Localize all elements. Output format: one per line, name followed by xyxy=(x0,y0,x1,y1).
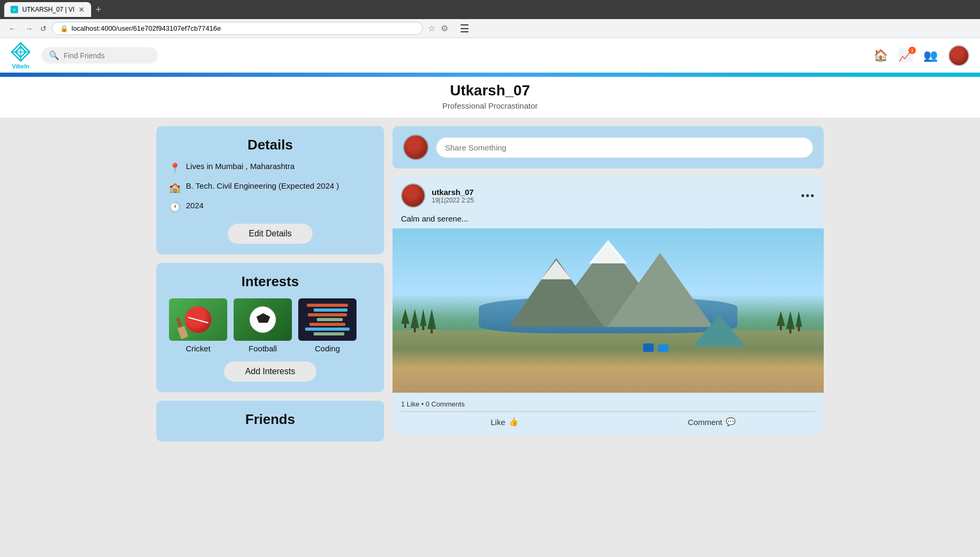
post-card: utkarsh_07 19|1|2022 2:25 ••• Calm and s… xyxy=(393,177,824,434)
home-button[interactable]: 🏠 xyxy=(874,49,888,63)
browser-tab[interactable]: V UTKARSH_07 | VI ✕ xyxy=(4,2,91,17)
code-line-1 xyxy=(307,304,348,307)
interests-title: Interests xyxy=(169,273,371,290)
url-field[interactable]: 🔒 xyxy=(52,22,423,35)
snow-cap-center xyxy=(589,240,627,263)
chair-1 xyxy=(643,343,654,352)
post-actions: Like 👍 Comment 💬 xyxy=(401,412,815,432)
tree-6 xyxy=(786,311,795,329)
right-column: utkarsh_07 19|1|2022 2:25 ••• Calm and s… xyxy=(393,126,824,441)
like-label: Like xyxy=(491,418,505,427)
new-tab-button[interactable]: + xyxy=(95,4,101,15)
left-column: Details 📍 Lives in Mumbai , Maharashtra … xyxy=(156,126,384,441)
code-line-4 xyxy=(317,318,343,321)
football-ball-icon xyxy=(250,306,276,333)
profile-username: Utkarsh_07 xyxy=(0,82,980,99)
friends-card: Friends xyxy=(156,401,384,441)
tree-group-left xyxy=(401,309,436,333)
year-text: 2024 xyxy=(186,201,203,210)
bookmark-button[interactable]: ☆ xyxy=(428,23,435,33)
secure-icon: 🔒 xyxy=(60,24,68,32)
post-timestamp: 19|1|2022 2:25 xyxy=(432,197,795,204)
cricket-label: Cricket xyxy=(186,344,211,353)
education-icon: 🏫 xyxy=(169,182,181,193)
tree-5 xyxy=(777,311,785,326)
comment-icon: 💬 xyxy=(726,417,736,427)
notifications-button[interactable]: 📈 1 xyxy=(898,49,913,63)
interest-coding: Coding xyxy=(298,298,357,353)
share-input[interactable] xyxy=(436,137,813,158)
logo[interactable]: VibeIn xyxy=(11,42,31,69)
cricket-ball-icon xyxy=(185,306,211,333)
post-username: utkarsh_07 xyxy=(432,188,795,197)
url-input[interactable] xyxy=(72,24,415,32)
tree-7 xyxy=(796,311,802,327)
like-button[interactable]: Like 👍 xyxy=(401,412,608,432)
post-footer: 1 Like • 0 Comments Like 👍 Comment 💬 xyxy=(393,393,824,434)
tent-shadow xyxy=(693,315,746,347)
interest-cricket: Cricket xyxy=(169,298,227,353)
profile-header-area: Utkarsh_07 Professional Procrastinator xyxy=(0,73,980,118)
code-line-6 xyxy=(305,328,349,331)
coding-image xyxy=(298,298,357,341)
interests-grid: Cricket Football xyxy=(169,298,371,353)
share-box xyxy=(393,126,824,169)
search-bar: 🔍 xyxy=(41,47,158,64)
address-bar: ← → ↺ 🔒 ☆ ⚙ ☰ xyxy=(0,19,980,38)
forward-button[interactable]: → xyxy=(23,22,35,35)
logo-text: VibeIn xyxy=(12,63,30,69)
post-caption: Calm and serene... xyxy=(393,210,824,228)
comment-button[interactable]: Comment 💬 xyxy=(608,412,815,432)
tent-container xyxy=(693,315,746,347)
clock-icon: 🕐 xyxy=(169,201,181,213)
friends-button[interactable]: 👥 xyxy=(923,49,938,63)
code-line-7 xyxy=(314,332,345,335)
code-line-2 xyxy=(314,308,348,312)
cover-photo-strip xyxy=(0,73,980,77)
tree-4 xyxy=(427,309,436,329)
post-user-info: utkarsh_07 19|1|2022 2:25 xyxy=(432,188,795,204)
location-item: 📍 Lives in Mumbai , Maharashtra xyxy=(169,162,371,174)
avatar-image xyxy=(949,46,968,65)
interest-football: Football xyxy=(234,298,292,353)
back-button[interactable]: ← xyxy=(6,22,18,35)
education-text: B. Tech. Civil Engineering (Expected 202… xyxy=(186,181,339,190)
snow-cap-left xyxy=(541,260,571,279)
tree-2 xyxy=(411,309,419,328)
details-title: Details xyxy=(169,137,371,153)
location-text: Lives in Mumbai , Maharashtra xyxy=(186,162,295,171)
search-icon: 🔍 xyxy=(49,50,59,60)
logo-icon xyxy=(11,42,31,62)
post-user-avatar xyxy=(401,183,425,208)
profile-bio: Professional Procrastinator xyxy=(0,101,980,110)
code-line-5 xyxy=(309,323,346,326)
edit-details-button[interactable]: Edit Details xyxy=(228,224,313,244)
year-item: 🕐 2024 xyxy=(169,201,371,213)
coding-label: Coding xyxy=(315,344,340,353)
add-interests-button[interactable]: Add Interests xyxy=(224,361,316,382)
reload-button[interactable]: ↺ xyxy=(40,24,47,33)
browser-chrome: V UTKARSH_07 | VI ✕ + xyxy=(0,0,980,19)
search-input[interactable] xyxy=(64,51,148,60)
nature-scene xyxy=(393,228,824,393)
menu-button[interactable]: ☰ xyxy=(460,22,469,35)
football-label: Football xyxy=(248,344,277,353)
location-icon: 📍 xyxy=(169,162,181,174)
app-nav: VibeIn 🔍 🏠 📈 1 👥 xyxy=(0,38,980,73)
cricket-image xyxy=(169,298,227,341)
ground xyxy=(393,330,824,393)
tab-close-button[interactable]: ✕ xyxy=(78,5,85,14)
user-avatar-nav[interactable] xyxy=(948,45,969,66)
football-image xyxy=(234,298,292,341)
tab-title: UTKARSH_07 | VI xyxy=(22,6,74,13)
post-stats: 1 Like • 0 Comments xyxy=(401,397,815,412)
extensions-button[interactable]: ⚙ xyxy=(441,23,448,33)
chairs-area xyxy=(643,343,669,352)
post-options-button[interactable]: ••• xyxy=(801,190,815,202)
tab-favicon: V xyxy=(11,6,18,13)
post-header: utkarsh_07 19|1|2022 2:25 ••• xyxy=(393,177,824,210)
notification-badge: 1 xyxy=(908,47,916,54)
details-card: Details 📍 Lives in Mumbai , Maharashtra … xyxy=(156,126,384,254)
nav-icons: 🏠 📈 1 👥 xyxy=(874,45,969,66)
post-image xyxy=(393,228,824,393)
